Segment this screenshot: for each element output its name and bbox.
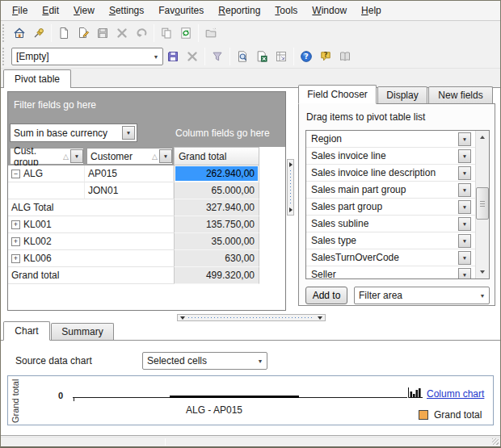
toolbar-grip[interactable] [2,48,7,65]
chevron-down-icon[interactable]: ▼ [254,353,267,369]
field-list-item[interactable]: Sales invoice line▼ [306,148,489,165]
column-header-grand-total[interactable]: Grand total [174,147,259,165]
pivot-cell-group[interactable] [8,182,85,199]
expand-icon[interactable]: + [11,237,20,246]
pivot-cell-group[interactable]: +KL002 [8,233,174,250]
field-list-item[interactable]: Sales invoice line description▼ [306,165,489,182]
help-button[interactable]: ? [297,47,316,66]
field-list-item[interactable]: Seller▼ [306,266,489,279]
tab-display[interactable]: Display [377,86,427,103]
new-document-button[interactable] [54,23,74,43]
chevron-down-icon[interactable]: ▼ [458,217,471,231]
edit-document-button[interactable] [74,23,93,43]
pin-button[interactable] [29,23,48,43]
expand-icon[interactable]: + [11,254,20,263]
toolbar-separator [154,24,154,42]
delete-layout-button [183,47,202,66]
pivot-cell-group[interactable]: −ALG [8,165,85,182]
chevron-down-icon[interactable]: ▼ [458,166,471,180]
menu-window[interactable]: Window [305,2,354,19]
pivot-cell-value-selected[interactable]: 262.940,00 [174,165,259,182]
pivot-cell-value[interactable]: 499.320,00 [174,267,259,284]
pivot-cell-customer[interactable]: AP015 [85,165,174,182]
export-excel-button[interactable] [252,47,272,66]
chevron-down-icon[interactable]: ▼ [458,234,471,248]
vertical-splitter[interactable] [287,159,294,216]
column-fields-drop-zone[interactable]: Column fields go here [175,128,270,139]
pivot-cell-grand-total[interactable]: Grand total [8,267,174,284]
expand-icon[interactable]: + [11,220,20,229]
chevron-down-icon[interactable]: ▼ [458,132,471,146]
resize-grip[interactable] [492,438,499,445]
chevron-down-icon[interactable]: ▼ [458,149,471,163]
column-chart-link[interactable]: Column chart [427,388,484,400]
tab-new-fields[interactable]: New fields [428,86,493,103]
pivot-cell-group[interactable]: +KL006 [8,250,174,267]
chevron-down-icon[interactable]: ▼ [476,287,489,304]
sort-ascending-icon: △ [152,153,158,161]
pivot-cell-subtotal[interactable]: ALG Total [8,199,174,216]
pivot-cell-value[interactable]: 630,00 [174,250,259,267]
data-field-button[interactable]: Sum in base currency ▼ [10,124,137,142]
scrollbar-thumb[interactable] [476,187,489,220]
field-list-item[interactable]: Sales main part group▼ [306,182,489,199]
scroll-up-icon[interactable] [476,131,489,144]
pivot-cell-value[interactable]: 327.940,00 [174,199,259,216]
chevron-down-icon[interactable]: ▼ [458,200,471,214]
collapse-right-icon[interactable] [289,162,293,167]
tab-pivot-table[interactable]: Pivot table [3,69,71,88]
menu-tools[interactable]: Tools [267,2,305,19]
chevron-down-icon[interactable]: ▼ [149,48,162,65]
pivot-cell-value[interactable]: 65.000,00 [174,182,259,199]
source-data-combo[interactable]: Selected cells ▼ [142,352,267,370]
column-header-customer[interactable]: Customer △ ▼ [86,148,173,165]
pivot-cell-group[interactable]: +KL001 [8,216,174,233]
home-button[interactable] [10,23,29,43]
manual-button [335,47,355,66]
pivot-cell-customer[interactable]: JON01 [85,182,174,199]
chevron-down-icon[interactable]: ▼ [458,251,471,265]
save-layout-button[interactable] [163,47,183,66]
tab-chart[interactable]: Chart [3,321,50,341]
collapse-down-icon[interactable] [318,316,322,320]
chevron-down-icon[interactable]: ▼ [159,149,172,163]
field-list-scrollbar[interactable] [475,131,489,278]
menu-help[interactable]: Help [354,2,389,19]
layout-combo[interactable]: [Empty] ▼ [11,48,163,65]
menu-file[interactable]: File [5,2,35,19]
menu-favourites[interactable]: Favourites [151,2,211,19]
filter-fields-drop-zone[interactable]: Filter fields go here [14,99,96,111]
tab-field-chooser[interactable]: Field Chooser [298,85,377,104]
chevron-down-icon[interactable]: ▼ [458,268,471,279]
refresh-button[interactable] [176,23,196,43]
horizontal-splitter[interactable] [177,314,326,321]
manual-icon [339,50,352,63]
context-help-button[interactable]: ? [316,47,335,66]
add-to-button[interactable]: Add to [305,287,347,304]
chevron-down-icon[interactable]: ▼ [70,149,83,163]
field-list-item[interactable]: Sales type▼ [306,232,489,249]
menu-edit[interactable]: Edit [35,2,66,19]
field-list-item[interactable]: SalesTurnOverCode▼ [306,249,489,266]
save-icon [96,27,109,40]
target-area-combo[interactable]: Filter area ▼ [354,287,490,304]
menu-reporting[interactable]: Reporting [211,2,267,19]
pivot-cell-value[interactable]: 135.750,00 [174,216,259,233]
column-header-cust-group[interactable]: Cust. group △ ▼ [10,148,84,165]
collapse-right-icon[interactable] [289,207,293,212]
scroll-down-icon[interactable] [476,266,489,278]
menu-settings[interactable]: Settings [102,2,151,19]
field-list-item[interactable]: Sales subline▼ [306,216,489,232]
menu-view[interactable]: View [66,2,102,19]
field-list-item[interactable]: Sales part group▼ [306,199,489,216]
chevron-down-icon[interactable]: ▼ [122,126,135,140]
column-chart-icon [407,386,423,401]
field-list-item[interactable]: Region▼ [306,131,489,148]
toolbar-grip[interactable] [2,24,7,42]
collapse-down-icon[interactable] [180,316,185,320]
chevron-down-icon[interactable]: ▼ [458,183,471,197]
collapse-icon[interactable]: − [11,170,20,178]
tab-summary[interactable]: Summary [51,323,114,340]
pivot-cell-value[interactable]: 35.000,00 [174,233,259,250]
print-preview-button[interactable] [233,47,252,66]
